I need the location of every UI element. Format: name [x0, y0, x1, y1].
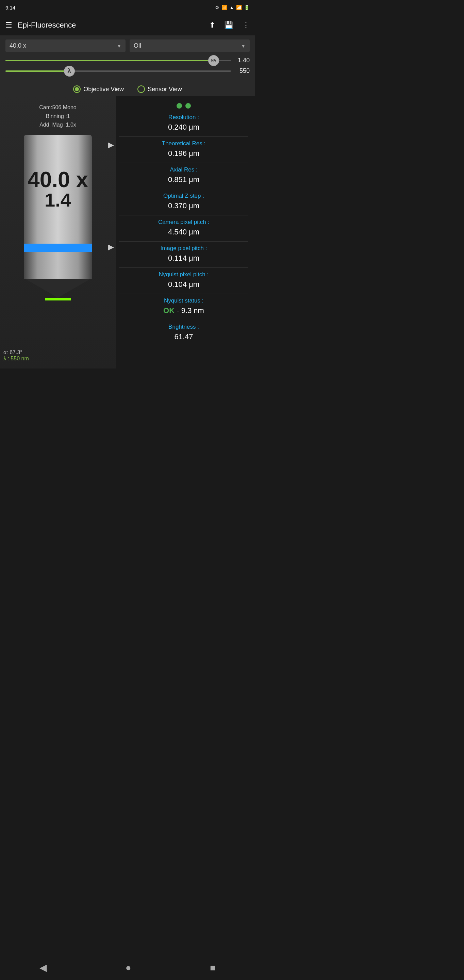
lambda-slider-fill: [5, 70, 69, 72]
cam-info: Cam:506 Mono Binning :1 Add. Mag :1.0x: [39, 103, 76, 129]
sensor-view-label: Sensor View: [148, 86, 182, 93]
menu-button[interactable]: ☰: [4, 19, 14, 31]
battery-icon: 🔋: [244, 5, 250, 10]
cam-info-line2: Binning :1: [39, 112, 76, 121]
dropdowns-row: 40.0 x ▼ Oil ▼: [5, 40, 250, 52]
status-dots: [119, 103, 248, 108]
dot-1: [176, 103, 182, 108]
sensor-view-option[interactable]: Sensor View: [137, 86, 182, 93]
data-panel: Resolution : 0.240 μm Theoretical Res : …: [116, 96, 255, 369]
magnification-arrow-icon: ▼: [117, 43, 121, 49]
sensor-view-radio[interactable]: [137, 86, 145, 93]
divider-8: [119, 320, 248, 320]
na-slider-thumb[interactable]: NA: [208, 55, 219, 66]
nyquist-pixel-pitch-value: 0.104 μm: [119, 280, 248, 289]
alpha-angle: α: 67.3°: [3, 350, 29, 356]
top-bar-actions: ⬆ 💾 ⋮: [208, 19, 251, 31]
divider-1: [119, 137, 248, 137]
objective-panel: ▶ ▶ Cam:506 Mono Binning :1 Add. Mag :1.…: [0, 96, 116, 369]
nyquist-status-label: Nyquist status :: [119, 298, 248, 304]
more-button[interactable]: ⋮: [241, 19, 251, 31]
objective-top-cylinder: 40.0 x 1.4: [24, 135, 92, 243]
divider-7: [119, 294, 248, 294]
page-title: Epi-Fluorescence: [18, 21, 204, 30]
share-button[interactable]: ⬆: [208, 19, 217, 31]
immersion-value: Oil: [134, 42, 141, 49]
divider-4: [119, 215, 248, 215]
camera-pixel-pitch-label: Camera pixel pitch :: [119, 219, 248, 226]
optimal-z-step-value: 0.370 μm: [119, 202, 248, 210]
image-pixel-pitch-label: Image pixel pitch :: [119, 245, 248, 252]
theoretical-res-label: Theoretical Res :: [119, 140, 248, 147]
lambda-wavelength: λ : 550 nm: [3, 356, 29, 362]
save-button[interactable]: 💾: [223, 19, 235, 31]
objective-view-option[interactable]: Objective View: [73, 86, 124, 93]
cam-info-line3: Add. Mag :1.0x: [39, 121, 76, 129]
nyquist-status-nm: - 9.3 nm: [176, 306, 204, 315]
objective-view-label: Objective View: [83, 86, 124, 93]
objective-lens-trapezoid: [25, 279, 90, 298]
main-content: ▶ ▶ Cam:506 Mono Binning :1 Add. Mag :1.…: [0, 96, 255, 369]
dot-2: [185, 103, 191, 108]
resolution-value: 0.240 μm: [119, 123, 248, 132]
top-bar: ☰ Epi-Fluorescence ⬆ 💾 ⋮: [0, 15, 255, 35]
lambda-value: 550: [234, 67, 250, 75]
objective-illustration: 40.0 x 1.4: [24, 135, 92, 301]
bottom-info: α: 67.3° λ : 550 nm: [3, 350, 29, 362]
view-toggle-row: Objective View Sensor View: [0, 82, 255, 96]
na-slider-row: NA 1.40: [5, 57, 250, 64]
immersion-dropdown[interactable]: Oil ▼: [130, 40, 250, 52]
signal-icon: 📶: [236, 5, 242, 10]
objective-lower-cylinder: [24, 252, 92, 279]
axial-res-value: 0.851 μm: [119, 175, 248, 184]
arrow-mid-icon: ▶: [108, 243, 114, 251]
sim-icon: 📶: [221, 5, 227, 10]
objective-na: 1.4: [44, 191, 71, 210]
image-pixel-pitch-value: 0.114 μm: [119, 254, 248, 263]
resolution-label: Resolution :: [119, 114, 248, 121]
controls-area: 40.0 x ▼ Oil ▼ NA 1.40 λ 550: [0, 35, 255, 82]
objective-lens: [24, 279, 92, 301]
magnification-value: 40.0 x: [10, 42, 26, 49]
objective-lens-glass: [45, 298, 71, 301]
lambda-slider-track[interactable]: λ: [5, 70, 231, 72]
na-slider-track[interactable]: NA: [5, 60, 231, 61]
divider-6: [119, 267, 248, 268]
camera-pixel-pitch-value: 4.540 μm: [119, 228, 248, 237]
divider-3: [119, 189, 248, 189]
objective-blue-band: [24, 243, 92, 252]
nyquist-ok-text: OK: [163, 306, 175, 315]
objective-magnification: 40.0 x: [27, 169, 88, 191]
lambda-slider-row: λ 550: [5, 67, 250, 75]
theoretical-res-value: 0.196 μm: [119, 149, 248, 158]
magnification-dropdown[interactable]: 40.0 x ▼: [5, 40, 126, 52]
na-slider-fill: [5, 60, 213, 61]
cam-info-line1: Cam:506 Mono: [39, 103, 76, 112]
optimal-z-step-label: Optimal Z step :: [119, 192, 248, 199]
divider-5: [119, 241, 248, 242]
na-value: 1.40: [234, 57, 250, 64]
lambda-slider-thumb[interactable]: λ: [64, 66, 75, 76]
arrow-top-icon: ▶: [108, 140, 114, 150]
status-icons: ⚙ 📶 ▲ 📶 🔋: [215, 5, 250, 10]
axial-res-label: Axial Res :: [119, 166, 248, 173]
nyquist-status-value: OK - 9.3 nm: [119, 306, 248, 315]
objective-view-radio[interactable]: [73, 86, 81, 93]
status-time: 9:14: [5, 5, 15, 11]
immersion-arrow-icon: ▼: [241, 43, 246, 49]
status-bar: 9:14 ⚙ 📶 ▲ 📶 🔋: [0, 0, 255, 15]
nyquist-pixel-pitch-label: Nyquist pixel pitch :: [119, 271, 248, 278]
settings-icon: ⚙: [215, 5, 219, 10]
wifi-icon: ▲: [229, 5, 234, 10]
brightness-value: 61.47: [119, 332, 248, 341]
brightness-label: Brightness :: [119, 324, 248, 331]
